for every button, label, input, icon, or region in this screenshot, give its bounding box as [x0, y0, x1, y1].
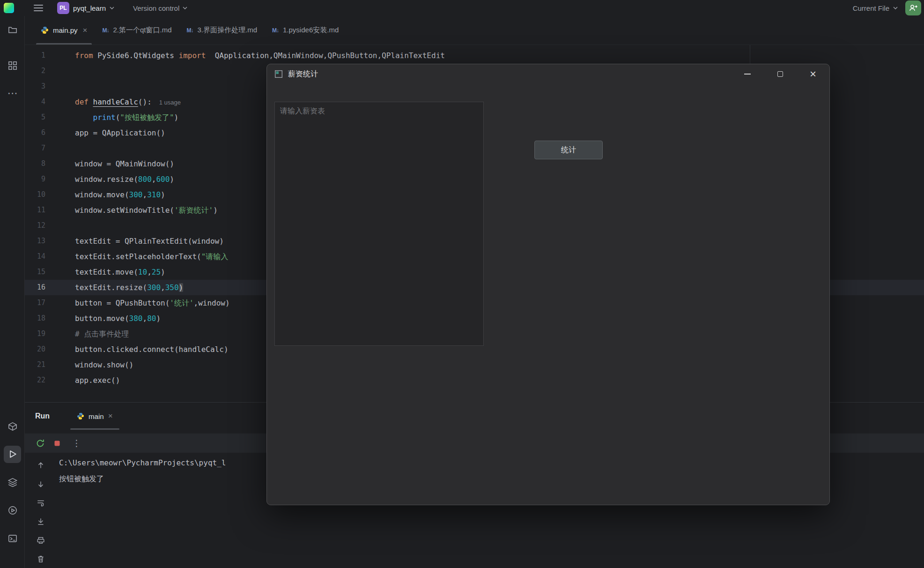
tab-md-3[interactable]: M↓ 3.界面操作处理.md [179, 16, 265, 45]
line-number: 11 [25, 202, 45, 218]
editor-tab-bar: main.py × M↓ 2.第一个qt窗口.md M↓ 3.界面操作处理.md… [25, 16, 924, 45]
tab-md-1[interactable]: M↓ 1.pyside6安装.md [265, 16, 346, 45]
clear-console-icon[interactable] [37, 555, 45, 563]
line-number: 3 [25, 79, 45, 94]
line-number: 5 [25, 110, 45, 125]
stats-button[interactable]: 统计 [534, 141, 603, 159]
line-number: 20 [25, 342, 45, 357]
terminal-icon[interactable] [0, 534, 25, 543]
chevron-down-icon [110, 7, 114, 9]
up-stack-trace-icon[interactable] [37, 461, 45, 470]
window-icon [274, 70, 283, 78]
tab-label: 3.界面操作处理.md [198, 26, 258, 35]
line-number: 2 [25, 63, 45, 79]
console-line: 按钮被触发了 [59, 471, 226, 487]
line-number: 10 [25, 187, 45, 202]
close-button[interactable]: × [797, 64, 829, 84]
project-badge: PL [57, 2, 69, 14]
line-number: 14 [25, 249, 45, 264]
chevron-down-icon [893, 7, 898, 9]
project-folder-icon[interactable] [0, 25, 25, 35]
console-output[interactable]: C:\Users\meowr\PycharmProjects\pyqt_l按钮被… [59, 455, 226, 487]
tab-md-2[interactable]: M↓ 2.第一个qt窗口.md [95, 16, 179, 45]
line-number: 7 [25, 141, 45, 156]
minimize-icon [744, 74, 751, 75]
more-options-icon[interactable]: ⋮ [72, 439, 81, 448]
line-number: 21 [25, 357, 45, 373]
close-icon[interactable]: × [83, 26, 88, 34]
version-control-menu[interactable]: Version control [133, 4, 187, 12]
project-name: pyqt_learn [73, 4, 106, 12]
line-number: 4 [25, 94, 45, 110]
line-number: 6 [25, 125, 45, 141]
line-number: 17 [25, 295, 45, 311]
chevron-down-icon [183, 7, 187, 9]
line-number: 9 [25, 172, 45, 187]
run-anything-icon[interactable] [0, 506, 25, 515]
tab-label: main.py [53, 26, 78, 34]
python-icon [41, 26, 49, 34]
console-line: C:\Users\meowr\PycharmProjects\pyqt_l [59, 455, 226, 471]
line-number: 1 [25, 48, 45, 63]
print-icon[interactable] [37, 536, 45, 545]
minimize-button[interactable] [731, 64, 764, 84]
usage-inlay-hint[interactable]: 1 usage [159, 99, 181, 106]
tab-main-py[interactable]: main.py × [33, 16, 95, 45]
python-icon [77, 412, 84, 420]
python-packages-icon[interactable] [0, 422, 25, 431]
run-tab-main[interactable]: main × [70, 403, 119, 430]
run-tool-window-icon[interactable] [0, 449, 25, 459]
pycharm-logo-icon [4, 3, 14, 13]
line-number: 19 [25, 326, 45, 342]
tab-label: 1.pyside6安装.md [283, 26, 339, 35]
markdown-icon: M↓ [187, 27, 193, 34]
structure-icon[interactable] [0, 61, 25, 70]
line-number: 16 [25, 280, 45, 295]
markdown-icon: M↓ [102, 27, 109, 34]
services-icon[interactable] [0, 478, 25, 487]
tab-label: 2.第一个qt窗口.md [113, 26, 171, 35]
title-bar: PL pyqt_learn Version control Current Fi… [0, 0, 924, 16]
code-with-me-icon[interactable] [905, 0, 921, 15]
textedit-placeholder: 请输入薪资表 [280, 106, 478, 116]
scroll-to-end-icon[interactable] [37, 517, 45, 526]
main-menu-icon[interactable] [34, 5, 43, 11]
more-tool-windows-icon[interactable]: ⋯ [0, 87, 25, 99]
dialog-title: 薪资统计 [288, 69, 318, 79]
console-gutter [31, 461, 51, 563]
run-panel-title: Run [35, 412, 50, 420]
line-number: 22 [25, 373, 45, 388]
stop-icon[interactable] [53, 440, 61, 447]
close-icon: × [810, 68, 816, 80]
close-icon[interactable]: × [108, 411, 113, 421]
rerun-icon[interactable] [36, 439, 45, 448]
line-number: 13 [25, 233, 45, 249]
run-tab-label: main [89, 412, 104, 420]
line-number: 18 [25, 311, 45, 326]
tool-window-stripe: ⋯ [0, 16, 25, 568]
line-number: 8 [25, 156, 45, 172]
line-number: 12 [25, 218, 45, 233]
dialog-title-bar[interactable]: 薪资统计 × [267, 64, 829, 84]
markdown-icon: M↓ [272, 27, 279, 34]
soft-wrap-icon[interactable] [37, 499, 45, 507]
salary-textedit[interactable]: 请输入薪资表 [274, 102, 484, 346]
code-line: 1from PySide6.QtWidgets import QApplicat… [25, 48, 924, 63]
project-selector[interactable]: PL pyqt_learn [57, 2, 114, 14]
qt-window-salary-stats: 薪资统计 × 请输入薪资表 统计 [266, 64, 830, 505]
down-stack-trace-icon[interactable] [37, 480, 45, 488]
line-number: 15 [25, 264, 45, 280]
maximize-icon [777, 71, 783, 77]
maximize-button[interactable] [764, 64, 797, 84]
run-configuration-selector[interactable]: Current File [853, 4, 898, 12]
